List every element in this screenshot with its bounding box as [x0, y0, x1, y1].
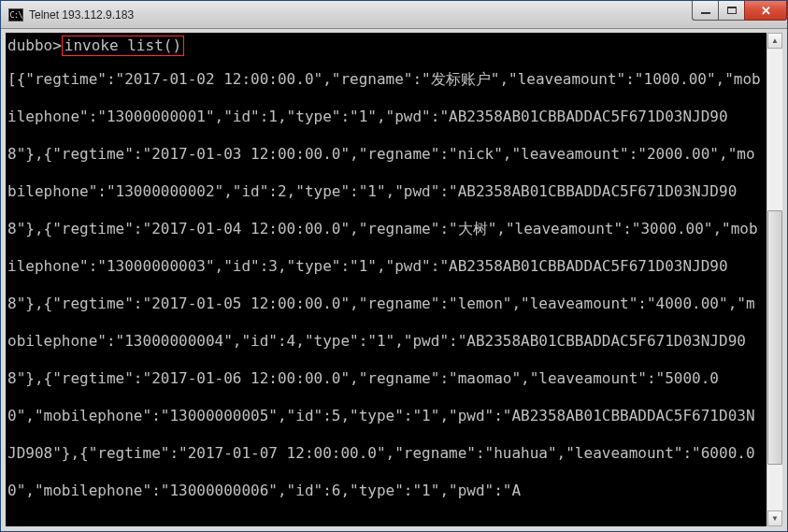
- maximize-icon: [727, 7, 737, 14]
- close-icon: ✕: [761, 4, 771, 18]
- scroll-thumb[interactable]: [767, 210, 782, 465]
- scroll-up-button[interactable]: ▲: [767, 33, 782, 49]
- command-highlight: invoke list(): [62, 36, 184, 56]
- minimize-icon: [701, 12, 710, 14]
- titlebar[interactable]: C:\ Telnet 193.112.9.183 ✕: [1, 1, 787, 29]
- telnet-window: C:\ Telnet 193.112.9.183 ✕ dubbo>invoke …: [0, 0, 788, 532]
- client-area: dubbo>invoke list()[{"regtime":"2017-01-…: [1, 29, 787, 531]
- maximize-button[interactable]: [718, 1, 744, 21]
- window-controls: ✕: [692, 1, 787, 21]
- window-title: Telnet 193.112.9.183: [29, 8, 134, 22]
- minimize-button[interactable]: [692, 1, 718, 21]
- prompt: dubbo>: [7, 36, 62, 54]
- cmd-icon: C:\: [8, 8, 23, 22]
- scroll-track[interactable]: [767, 49, 782, 510]
- vertical-scrollbar[interactable]: ▲ ▼: [767, 33, 782, 526]
- scroll-down-button[interactable]: ▼: [767, 510, 782, 526]
- output-text: [{"regtime":"2017-01-02 12:00:00.0","reg…: [7, 70, 761, 499]
- terminal-output[interactable]: dubbo>invoke list()[{"regtime":"2017-01-…: [6, 33, 767, 526]
- close-button[interactable]: ✕: [744, 1, 787, 21]
